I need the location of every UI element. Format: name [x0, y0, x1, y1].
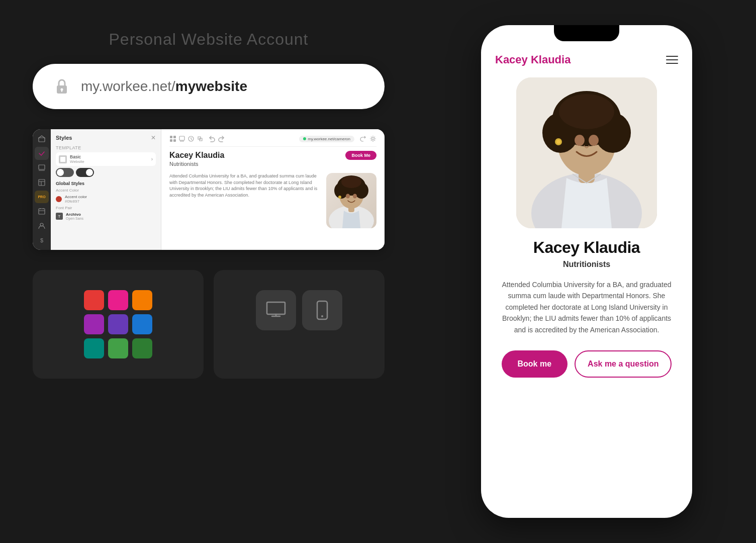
toggle-group	[56, 168, 156, 177]
toolbar-icon-2[interactable]	[178, 135, 185, 142]
avatar-person-svg	[326, 173, 376, 228]
svg-rect-25	[267, 302, 285, 314]
phone-profile-role: Nutritionists	[496, 260, 677, 269]
phone-mockup: Kacey Klaudia	[481, 25, 692, 518]
nav-check[interactable]	[35, 147, 49, 160]
settings-icon[interactable]	[369, 135, 376, 142]
phone-profile-bio: Attended Columbia University for a BA, a…	[496, 279, 677, 335]
redo-icon[interactable]	[218, 135, 225, 142]
editor-main: my.workee.net/cameron Kacey Klaudia Nutr…	[161, 129, 385, 250]
color-pink[interactable]	[108, 290, 128, 310]
toolbar-icon-1[interactable]	[169, 135, 176, 142]
svg-point-21	[341, 176, 361, 188]
lock-icon	[53, 75, 71, 98]
sidebar-close-btn[interactable]: ✕	[151, 134, 156, 141]
svg-rect-4	[39, 165, 45, 169]
color-green[interactable]	[108, 338, 128, 358]
color-purple[interactable]	[84, 314, 104, 334]
accent-color-label: Accent Color	[56, 188, 156, 193]
right-panel: Kacey Klaudia	[417, 0, 756, 543]
global-styles-section: Global Styles Accent Color Accent color …	[56, 181, 156, 220]
hamburger-line-2	[666, 59, 678, 60]
editor-profile-content: Attended Columbia University for a BA, a…	[169, 173, 376, 228]
svg-rect-6	[39, 209, 45, 214]
svg-rect-3	[39, 138, 45, 142]
phone-profile-name: Kacey Klaudia	[496, 238, 677, 257]
editor-sidebar-nav: PRO $	[33, 129, 51, 250]
editor-profile-header: Kacey Klaudia Nutritionists Book Me	[169, 151, 376, 170]
template-name: Basic	[70, 154, 84, 159]
svg-point-36	[575, 135, 585, 146]
hamburger-menu[interactable]	[666, 56, 678, 64]
svg-point-35	[559, 94, 614, 129]
color-blue[interactable]	[132, 314, 152, 334]
mobile-icon-wrap[interactable]	[302, 290, 342, 330]
template-info: Basic Website	[70, 154, 84, 164]
color-teal[interactable]	[84, 338, 104, 358]
editor-name-area: Kacey Klaudia Nutritionists	[169, 151, 224, 170]
nav-dollar[interactable]: $	[35, 234, 49, 247]
nav-layers[interactable]	[35, 161, 49, 174]
svg-rect-11	[173, 139, 176, 142]
svg-rect-5	[39, 179, 45, 186]
nav-home[interactable]	[35, 132, 49, 145]
font-row: T Archivo Open Sans	[56, 212, 156, 220]
responsive-device-card	[214, 270, 385, 379]
phone-notch	[554, 25, 619, 41]
toggle-on[interactable]	[76, 168, 94, 177]
url-plain: my.workee.net/	[81, 78, 175, 94]
svg-rect-2	[61, 90, 62, 92]
preview-url-chip: my.workee.net/cameron	[299, 136, 354, 142]
phone-header: Kacey Klaudia	[481, 45, 692, 72]
accent-color-name: Accent color	[65, 195, 87, 199]
url-bold: mywebsite	[175, 78, 247, 94]
phone-ask-button[interactable]: Ask me a question	[575, 350, 672, 378]
page-title-area: Personal Website Account	[40, 30, 377, 49]
desktop-icon-wrap[interactable]	[256, 290, 296, 330]
url-text: my.workee.net/mywebsite	[81, 78, 247, 95]
svg-point-24	[338, 196, 341, 199]
undo-icon[interactable]	[209, 135, 216, 142]
color-dark-green[interactable]	[132, 338, 152, 358]
nav-layout[interactable]	[35, 176, 49, 189]
editor-profile-name: Kacey Klaudia	[169, 151, 224, 160]
share-icon[interactable]	[359, 135, 366, 142]
nav-pro[interactable]: PRO	[35, 191, 49, 204]
phone-brand-name: Kacey Klaudia	[495, 53, 571, 66]
svg-point-22	[346, 194, 350, 199]
toggle-off[interactable]	[56, 168, 74, 177]
color-grid	[84, 290, 152, 358]
url-bar: my.workee.net/mywebsite	[33, 64, 385, 109]
preview-url-text: my.workee.net/cameron	[308, 137, 350, 141]
editor-avatar	[326, 173, 376, 228]
toolbar-icon-3[interactable]	[187, 135, 195, 142]
nav-calendar[interactable]	[35, 205, 49, 218]
editor-book-button[interactable]: Book Me	[345, 151, 376, 160]
font-t-icon: T	[56, 213, 63, 220]
hamburger-line-1	[666, 56, 678, 57]
editor-preview: PRO $ Styles ✕ Tem	[33, 129, 385, 250]
svg-rect-9	[173, 136, 176, 138]
nav-user[interactable]	[35, 219, 49, 232]
svg-rect-12	[179, 136, 184, 140]
color-orange[interactable]	[132, 290, 152, 310]
toolbar-icons	[169, 135, 204, 142]
sidebar-header: Styles ✕	[56, 134, 156, 141]
desktop-icon	[265, 299, 287, 321]
phone-content: Kacey Klaudia	[481, 25, 692, 518]
svg-rect-10	[170, 139, 172, 142]
accent-color-info: Accent color #0fe897	[65, 195, 87, 204]
svg-point-39	[556, 140, 560, 144]
editor-bio-text: Attended Columbia University for a BA, a…	[169, 173, 320, 228]
phone-book-me-button[interactable]: Book me	[502, 350, 568, 378]
toolbar-icon-4[interactable]	[197, 135, 204, 142]
svg-point-14	[372, 138, 374, 140]
url-status-dot	[303, 137, 306, 140]
color-violet[interactable]	[108, 314, 128, 334]
accent-color-swatch[interactable]	[56, 196, 62, 202]
template-section: Template Basic Website ›	[56, 145, 156, 177]
color-red[interactable]	[84, 290, 104, 310]
device-icons	[256, 290, 342, 330]
font-name: Archivo	[66, 212, 83, 217]
template-item[interactable]: Basic Website ›	[56, 152, 156, 166]
